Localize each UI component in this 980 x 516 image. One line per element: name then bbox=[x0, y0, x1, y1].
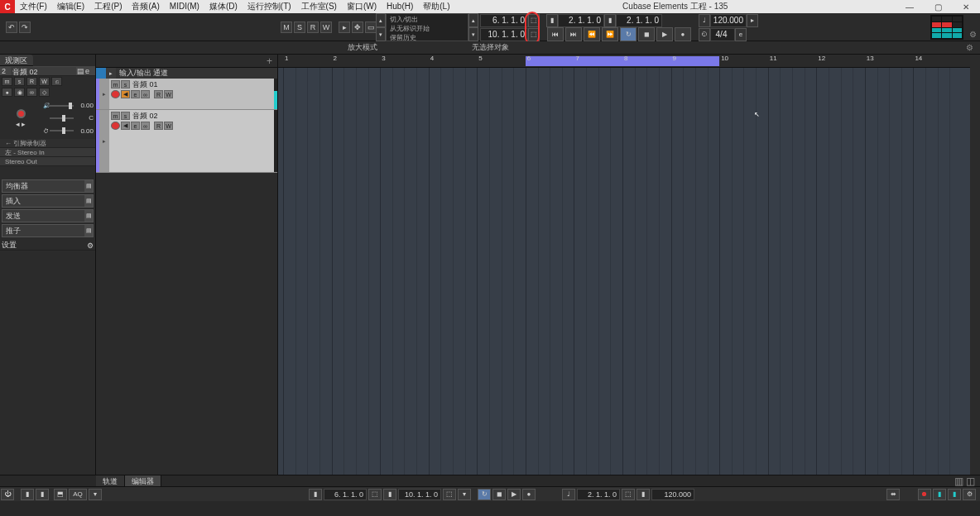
bb-down2[interactable]: ▾ bbox=[458, 489, 471, 500]
bb-down-icon[interactable]: ▾ bbox=[89, 489, 102, 500]
bb-tempo[interactable]: 120.000 bbox=[651, 489, 694, 500]
time-format-1[interactable]: ⬚ bbox=[528, 14, 540, 27]
io-channels-row[interactable]: ▸ 输入/输出 通道 bbox=[96, 68, 277, 79]
track-row[interactable]: ▸ms音频 02◀e∞RW bbox=[96, 110, 277, 173]
monitor-button[interactable]: ◀ bbox=[121, 90, 130, 98]
menu-item[interactable]: 编辑(E) bbox=[52, 0, 89, 13]
bb-settings-icon[interactable]: ⚙ bbox=[963, 489, 976, 500]
bb-loc[interactable]: 2. 1. 1. 0 bbox=[577, 489, 620, 500]
edit-button[interactable]: e bbox=[131, 90, 140, 98]
toolbar-settings-icon[interactable]: ⚙ bbox=[969, 30, 977, 39]
punch-item[interactable]: 切入/切出 bbox=[390, 15, 464, 24]
solo-button[interactable]: s bbox=[121, 112, 130, 120]
track-record-button[interactable] bbox=[111, 90, 120, 98]
tool-button-0[interactable]: ▸ bbox=[339, 22, 350, 33]
insp-btn[interactable]: ⎌ bbox=[51, 77, 62, 86]
insp-btn[interactable]: s bbox=[14, 77, 25, 86]
record-button[interactable]: ● bbox=[675, 27, 691, 41]
punch-down-icon[interactable]: ▾ bbox=[376, 27, 386, 41]
bb-activate[interactable]: ⏻ bbox=[1, 489, 14, 500]
marker-up-icon[interactable]: ▴ bbox=[468, 13, 478, 27]
menu-item[interactable]: 媒体(D) bbox=[204, 0, 243, 13]
settings-gear-icon[interactable]: ⚙ bbox=[87, 241, 94, 250]
track-edit-icon[interactable]: e bbox=[85, 67, 94, 75]
stop-button[interactable]: ◼ bbox=[638, 27, 655, 41]
secondary-time[interactable]: 10. 1. 1. 0 bbox=[480, 28, 528, 41]
track-color-icon[interactable]: ▤ bbox=[77, 67, 85, 75]
inspector-section[interactable]: 发送▤ bbox=[2, 209, 94, 222]
time-format-2[interactable]: ⬚ bbox=[528, 28, 540, 41]
close-button[interactable]: ✕ bbox=[952, 0, 980, 13]
bb-fmt3[interactable]: ⬚ bbox=[622, 489, 635, 500]
menu-item[interactable]: 工作室(S) bbox=[296, 0, 342, 13]
insp-btn2[interactable]: ◉ bbox=[14, 88, 25, 97]
inspector-tab[interactable]: 观测区 bbox=[0, 55, 33, 66]
state-button-m[interactable]: M bbox=[281, 22, 292, 33]
info-settings-icon[interactable]: ⚙ bbox=[966, 43, 973, 52]
state-button-s[interactable]: S bbox=[294, 22, 305, 33]
bb-pos2[interactable]: 10. 1. 1. 0 bbox=[398, 489, 441, 500]
bb-aq[interactable]: AQ bbox=[69, 489, 87, 500]
bb-fmt1[interactable]: ⬚ bbox=[368, 489, 382, 500]
primary-time[interactable]: 6. 1. 1. 0 bbox=[480, 14, 528, 27]
tool-button-2[interactable]: ▭ bbox=[365, 22, 377, 33]
edit-button[interactable]: e bbox=[131, 122, 140, 130]
add-track-button[interactable]: + bbox=[267, 55, 272, 67]
menu-item[interactable]: MIDI(M) bbox=[165, 0, 204, 13]
tab-track[interactable]: 轨道 bbox=[96, 475, 125, 486]
timeline-ruler[interactable]: 1234567891011121314 bbox=[278, 55, 970, 68]
click-icon[interactable]: ⏲ bbox=[699, 28, 710, 41]
mute-button[interactable]: m bbox=[111, 80, 120, 88]
write-button[interactable]: W bbox=[164, 122, 173, 130]
right-locator[interactable]: 2. 1. 1. 0 bbox=[616, 14, 662, 27]
inspector-record-button[interactable] bbox=[17, 109, 26, 118]
insp-btn2[interactable]: ◇ bbox=[39, 88, 50, 97]
inspector-section[interactable]: 均衡器▤ bbox=[2, 179, 94, 193]
freeze-button[interactable]: ∞ bbox=[141, 122, 150, 130]
forward-button[interactable]: ⏩ bbox=[602, 27, 618, 41]
settings-label[interactable]: 设置 bbox=[2, 240, 17, 251]
bb-pos1[interactable]: 6. 1. 1. 0 bbox=[324, 489, 367, 500]
freeze-button[interactable]: ∞ bbox=[141, 90, 150, 98]
monitor-button[interactable]: ◀ bbox=[121, 122, 130, 130]
tab-editor[interactable]: 编辑器 bbox=[125, 475, 161, 486]
pan-value[interactable]: C bbox=[74, 114, 94, 122]
bb-locator-r[interactable]: ▮ bbox=[383, 489, 396, 500]
bb-locator-l[interactable]: ▮ bbox=[309, 489, 322, 500]
punch-item[interactable]: 从无标识开始 bbox=[390, 24, 464, 33]
bb-tempo-note[interactable]: ♩ bbox=[562, 489, 575, 500]
bb-cycle[interactable]: ↻ bbox=[478, 489, 491, 500]
menu-item[interactable]: 帮助(L) bbox=[418, 0, 454, 13]
maximize-button[interactable]: ▢ bbox=[924, 0, 952, 13]
goto-start-button[interactable]: ⏮ bbox=[547, 27, 564, 41]
undo-button[interactable]: ↶ bbox=[6, 22, 17, 33]
rewind-button[interactable]: ⏪ bbox=[584, 27, 600, 41]
bb-meter-r[interactable]: ▮ bbox=[948, 489, 961, 500]
tempo-tap[interactable]: ▸ bbox=[747, 14, 758, 27]
inspector-section[interactable]: 插入▤ bbox=[2, 194, 94, 208]
read-button[interactable]: R bbox=[154, 122, 163, 130]
bb-fmt2[interactable]: ⬚ bbox=[443, 489, 456, 500]
menu-item[interactable]: 运行控制(T) bbox=[243, 0, 296, 13]
click-on[interactable]: e bbox=[735, 28, 747, 41]
read-button[interactable]: R bbox=[154, 90, 163, 98]
locator-flag-l[interactable]: ▮ bbox=[604, 14, 616, 27]
redo-button[interactable]: ↷ bbox=[19, 22, 31, 33]
state-button-r[interactable]: R bbox=[307, 22, 319, 33]
tool-button-1[interactable]: ✥ bbox=[352, 22, 363, 33]
locator-l-icon[interactable]: ▮ bbox=[546, 14, 558, 27]
state-button-w[interactable]: W bbox=[320, 22, 332, 33]
time-sig[interactable]: 4/4 bbox=[710, 28, 735, 41]
menu-item[interactable]: Hub(H) bbox=[382, 0, 418, 13]
goto-end-button[interactable]: ⏭ bbox=[565, 27, 582, 41]
inspector-section[interactable]: 推子▤ bbox=[2, 224, 94, 237]
track-expand-icon[interactable]: ▸ bbox=[99, 79, 109, 109]
bb-meter-l[interactable]: ▮ bbox=[933, 489, 946, 500]
bb-punch-out[interactable]: ▮ bbox=[36, 489, 49, 500]
io-expand-icon[interactable]: ▸ bbox=[106, 68, 116, 79]
cycle-button[interactable]: ↻ bbox=[620, 27, 637, 41]
insp-btn[interactable]: W bbox=[39, 77, 50, 86]
insp-btn[interactable]: R bbox=[26, 77, 37, 86]
track-expand-icon[interactable]: ▸ bbox=[99, 110, 109, 172]
menu-item[interactable]: 窗口(W) bbox=[342, 0, 382, 13]
